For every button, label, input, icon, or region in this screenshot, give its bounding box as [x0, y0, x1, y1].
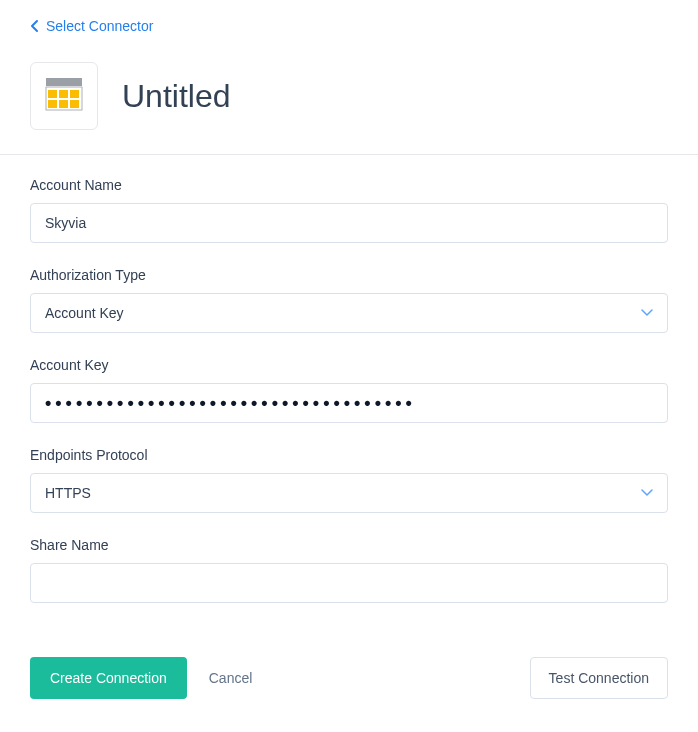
chevron-down-icon — [641, 489, 653, 497]
back-link[interactable]: Select Connector — [30, 18, 153, 34]
endpoints-protocol-label: Endpoints Protocol — [30, 447, 668, 463]
svg-rect-8 — [70, 100, 79, 108]
svg-rect-3 — [48, 90, 57, 98]
endpoints-protocol-value: HTTPS — [45, 485, 91, 501]
auth-type-label: Authorization Type — [30, 267, 668, 283]
create-connection-button[interactable]: Create Connection — [30, 657, 187, 699]
endpoints-protocol-select[interactable]: HTTPS — [30, 473, 668, 513]
share-name-label: Share Name — [30, 537, 668, 553]
table-storage-icon — [45, 77, 83, 115]
page-title: Untitled — [122, 78, 231, 115]
connector-icon-tile — [30, 62, 98, 130]
auth-type-value: Account Key — [45, 305, 124, 321]
chevron-down-icon — [641, 309, 653, 317]
account-key-input[interactable]: •••••••••••••••••••••••••••••••••••• — [30, 383, 668, 423]
test-connection-button[interactable]: Test Connection — [530, 657, 668, 699]
svg-rect-6 — [48, 100, 57, 108]
svg-rect-5 — [70, 90, 79, 98]
connection-form: Account Name Authorization Type Account … — [0, 155, 698, 603]
back-link-label: Select Connector — [46, 18, 153, 34]
svg-rect-1 — [46, 78, 82, 86]
account-name-label: Account Name — [30, 177, 668, 193]
account-name-input[interactable] — [30, 203, 668, 243]
svg-rect-7 — [59, 100, 68, 108]
auth-type-select[interactable]: Account Key — [30, 293, 668, 333]
cancel-button[interactable]: Cancel — [209, 670, 253, 686]
chevron-left-icon — [30, 19, 40, 33]
svg-rect-4 — [59, 90, 68, 98]
account-key-label: Account Key — [30, 357, 668, 373]
share-name-input[interactable] — [30, 563, 668, 603]
